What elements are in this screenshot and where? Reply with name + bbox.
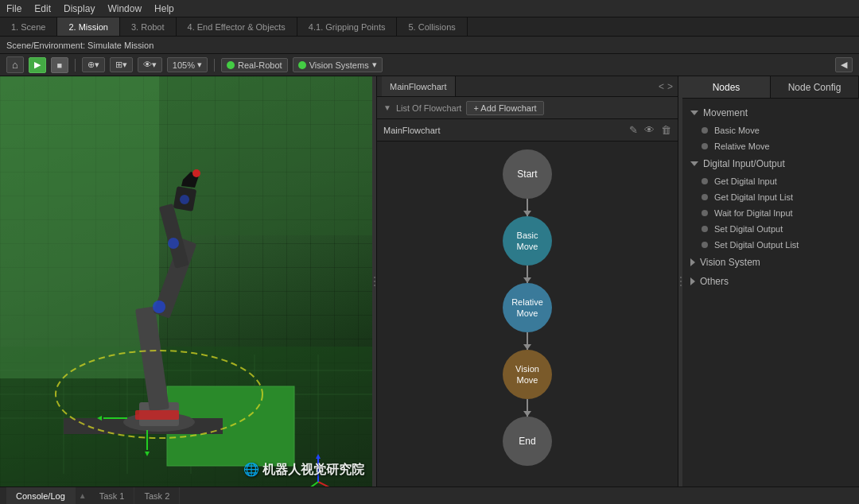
flowchart-item-actions: ✎ 👁 🗑 [629, 124, 671, 136]
nodes-item-set-digital-output-list[interactable]: Set Digital Output List [682, 237, 859, 253]
flow-node-start[interactable]: Start [503, 149, 552, 199]
nodes-tab-bar: Nodes Node Config [682, 76, 859, 99]
toolbar-sep2 [214, 59, 215, 72]
nodes-item-get-digital-input-list[interactable]: Get Digital Input List [682, 189, 859, 205]
flow-node-basic-move[interactable]: Basic Move [503, 216, 552, 266]
nodes-item-wait-digital-input[interactable]: Wait for Digital Input [682, 205, 859, 221]
arrow-1 [527, 199, 528, 216]
tab-gripping[interactable]: 4.1. Gripping Points [297, 17, 398, 36]
flowchart-item-name: MainFlowchart [383, 126, 441, 135]
toolbar-home-btn[interactable]: ⌂ [6, 56, 24, 73]
flowchart-list-header: ▼ List Of Flowchart + Add Flowchart [377, 97, 678, 119]
add-flowchart-button[interactable]: + Add Flowchart [466, 101, 543, 115]
nodes-panel: Nodes Node Config Movement Basic Move Re… [682, 76, 859, 487]
toolbar-view-btn[interactable]: ⊕▾ [82, 57, 105, 72]
relative-move-dot [702, 143, 708, 149]
nodes-content: Movement Basic Move Relative Move Digita… [682, 99, 859, 487]
relative-move-circle: Relative Move [503, 283, 552, 332]
flowchart-canvas[interactable]: Start Basic Move Relative Move V [377, 142, 678, 487]
svg-point-24 [168, 238, 179, 249]
tab-scene[interactable]: 1. Scene [0, 17, 57, 36]
svg-rect-10 [159, 76, 372, 235]
nodes-tab-nodes[interactable]: Nodes [682, 76, 771, 98]
nodes-section-digital-io[interactable]: Digital Input/Output [682, 154, 859, 173]
flowchart-list-arrow[interactable]: ▼ [383, 103, 391, 112]
flowchart-main-tab[interactable]: MainFlowchart [382, 76, 456, 96]
toolbar-real-robot-btn[interactable]: Real-Robot [221, 58, 288, 72]
menu-file[interactable]: File [6, 3, 21, 14]
tab-end-effector[interactable]: 4. End Effector & Objects [177, 17, 297, 36]
flow-node-vision-move[interactable]: Vision Move [503, 350, 552, 399]
vision-move-circle: Vision Move [503, 350, 552, 399]
toolbar-stop-btn[interactable]: ■ [51, 57, 68, 73]
movement-section-title: Movement [703, 107, 748, 118]
scene-title: Scene/Environment: Simulate Mission [0, 37, 859, 54]
flowchart-nav-prev[interactable]: < [659, 81, 664, 92]
toolbar-zoom-btn[interactable]: 105% ▾ [167, 57, 208, 72]
get-digital-input-label: Get Digital Input [714, 176, 777, 186]
vision-move-label: Vision Move [503, 360, 552, 390]
flowchart-eye-icon[interactable]: 👁 [644, 124, 655, 136]
others-triangle [690, 277, 695, 285]
set-digital-output-list-dot [702, 242, 708, 248]
resize-dots [374, 277, 375, 286]
menu-window[interactable]: Window [107, 3, 142, 14]
wait-digital-input-label: Wait for Digital Input [714, 208, 793, 218]
nodes-item-get-digital-input[interactable]: Get Digital Input [682, 173, 859, 189]
flowchart-list-label: List Of Flowchart [396, 103, 462, 113]
toolbar-play-btn[interactable]: ▶ [29, 57, 46, 73]
menu-help[interactable]: Help [154, 3, 174, 14]
scene-svg [0, 76, 372, 487]
flow-node-relative-move[interactable]: Relative Move [503, 283, 552, 332]
bottom-bar: Console/Log ▲ Task 1 Task 2 [0, 487, 859, 504]
menu-display[interactable]: Display [64, 3, 95, 14]
flowchart-delete-icon[interactable]: 🗑 [661, 124, 671, 136]
arrow-4 [527, 399, 528, 417]
nodes-tab-config[interactable]: Node Config [771, 76, 859, 98]
svg-rect-26 [135, 410, 179, 420]
basic-move-label: Basic Move [503, 227, 552, 256]
bottom-tab-task2[interactable]: Task 2 [134, 487, 180, 504]
toolbar-sep1 [75, 59, 76, 72]
tab-collisions[interactable]: 5. Collisions [397, 17, 467, 36]
toolbar-layout-btn[interactable]: ⊞▾ [110, 57, 133, 72]
toolbar-vision-btn[interactable]: Vision Systems ▾ [293, 57, 383, 72]
flowchart-item-bar: MainFlowchart ✎ 👁 🗑 [377, 119, 678, 142]
svg-rect-9 [0, 76, 159, 378]
arrow-2 [527, 266, 528, 283]
nodes-item-set-digital-output[interactable]: Set Digital Output [682, 221, 859, 237]
tab-mission[interactable]: 2. Mission [57, 17, 120, 36]
nodes-item-basic-move[interactable]: Basic Move [682, 122, 859, 138]
digital-io-triangle [690, 161, 698, 166]
bottom-tab-task1[interactable]: Task 1 [90, 487, 135, 504]
toolbar-collapse-btn[interactable]: ◀ [835, 57, 853, 72]
toolbar-eye-btn[interactable]: 👁▾ [138, 57, 162, 72]
nodes-section-vision[interactable]: Vision System [682, 253, 859, 272]
set-digital-output-list-label: Set Digital Output List [714, 240, 799, 250]
set-digital-output-label: Set Digital Output [714, 224, 783, 234]
wait-digital-input-dot [702, 210, 708, 216]
flowchart-nav: < > [659, 81, 673, 92]
svg-point-25 [180, 195, 189, 204]
flowchart-nav-next[interactable]: > [667, 81, 673, 92]
menu-bar: File Edit Display Window Help [0, 0, 859, 17]
digital-io-section-title: Digital Input/Output [703, 158, 785, 169]
viewport-3d[interactable]: 🌐 机器人视觉研究院 [0, 76, 372, 487]
tab-robot[interactable]: 3. Robot [120, 17, 177, 36]
toolbar: ⌂ ▶ ■ ⊕▾ ⊞▾ 👁▾ 105% ▾ Real-Robot Vision … [0, 54, 859, 76]
watermark: 🌐 机器人视觉研究院 [243, 462, 364, 479]
nodes-item-relative-move[interactable]: Relative Move [682, 138, 859, 154]
menu-edit[interactable]: Edit [34, 3, 51, 14]
svg-point-21 [192, 169, 200, 177]
vision-triangle [690, 258, 695, 266]
nodes-section-others[interactable]: Others [682, 272, 859, 291]
flowchart-tab-bar: MainFlowchart < > [377, 76, 678, 97]
bottom-tab-console[interactable]: Console/Log [6, 487, 76, 504]
flow-node-end[interactable]: End [503, 417, 552, 466]
relative-move-label: Relative Move [503, 293, 552, 323]
start-label: Start [517, 169, 537, 180]
flowchart-edit-icon[interactable]: ✎ [629, 124, 638, 136]
svg-point-23 [153, 300, 165, 313]
nodes-section-movement[interactable]: Movement [682, 103, 859, 122]
robot-scene [0, 76, 372, 487]
